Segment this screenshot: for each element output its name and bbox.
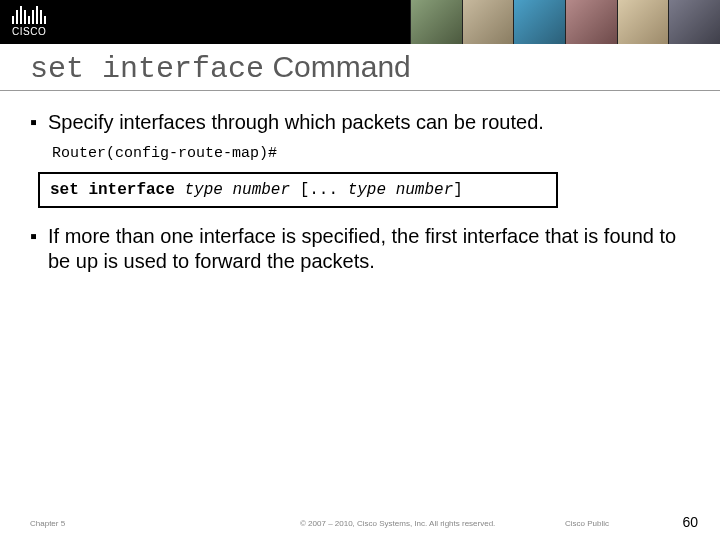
cisco-logo-text: CISCO — [12, 26, 46, 37]
command-syntax-box: set interface type number [... type numb… — [38, 172, 558, 208]
footer-page-number: 60 — [682, 514, 698, 530]
banner-photo — [410, 0, 462, 44]
cisco-bars-icon — [12, 4, 46, 24]
cisco-logo: CISCO — [12, 4, 46, 37]
bullet-item: ▪ Specify interfaces through which packe… — [30, 110, 690, 135]
cmd-arg: type number — [184, 181, 290, 199]
slide-body: ▪ Specify interfaces through which packe… — [30, 110, 690, 284]
bullet-mark-icon: ▪ — [30, 224, 48, 274]
slide-title: set interface Command — [30, 50, 411, 86]
bullet-text: If more than one interface is specified,… — [48, 224, 690, 274]
bullet-text: Specify interfaces through which packets… — [48, 110, 690, 135]
banner-photo — [668, 0, 720, 44]
bullet-mark-icon: ▪ — [30, 110, 48, 135]
top-banner: CISCO — [0, 0, 720, 44]
router-prompt: Router(config-route-map)# — [52, 145, 690, 164]
cmd-arg: type number — [348, 181, 454, 199]
photo-strip — [410, 0, 720, 44]
cmd-keyword: set interface — [50, 181, 184, 199]
footer-copyright: © 2007 – 2010, Cisco Systems, Inc. All r… — [300, 519, 495, 528]
bullet-item: ▪ If more than one interface is specifie… — [30, 224, 690, 274]
cmd-mid: [... — [290, 181, 348, 199]
title-word: Command — [264, 50, 411, 83]
slide: CISCO set interface Command ▪ Specify in… — [0, 0, 720, 540]
banner-photo — [565, 0, 617, 44]
banner-photo — [617, 0, 669, 44]
banner-photo — [462, 0, 514, 44]
cmd-end: ] — [453, 181, 463, 199]
banner-photo — [513, 0, 565, 44]
footer-public: Cisco Public — [565, 519, 609, 528]
title-rule — [0, 90, 720, 91]
footer-chapter: Chapter 5 — [30, 519, 65, 528]
title-command: set interface — [30, 52, 264, 86]
slide-footer: Chapter 5 © 2007 – 2010, Cisco Systems, … — [0, 510, 720, 530]
